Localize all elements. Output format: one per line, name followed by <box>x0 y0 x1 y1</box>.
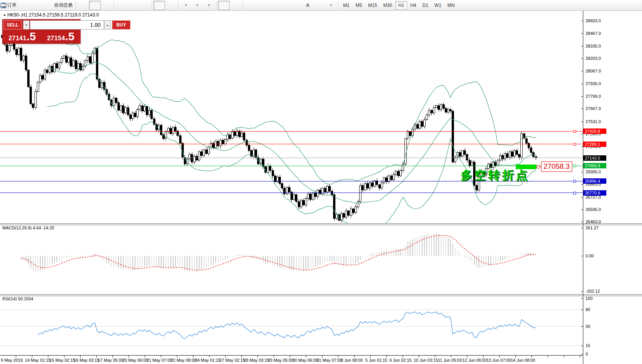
chart-shift-button[interactable] <box>165 1 177 10</box>
macd-tick-mark <box>581 256 583 256</box>
crosshair-tool-button[interactable] <box>229 1 241 10</box>
time-axis-label: 29 May 05:00 <box>268 358 294 362</box>
volume-increase-button[interactable]: ▲ <box>104 20 111 30</box>
zoom-out-button[interactable] <box>127 1 139 10</box>
time-axis-label: 31 May 07:00 <box>317 358 342 362</box>
autotrading-label: 自动交易 <box>54 2 73 8</box>
price-tick-mark <box>581 33 583 34</box>
time-axis-label: 24 May 01:15 <box>195 358 221 362</box>
timeframe-m30[interactable]: M30 <box>380 1 395 10</box>
timeframe-h4[interactable]: H4 <box>407 1 419 10</box>
pane-splitter[interactable] <box>0 223 642 225</box>
price-tick-label: 28203.0 <box>586 56 601 61</box>
time-axis-ticks <box>0 356 583 357</box>
buy-button[interactable]: BUY <box>112 20 130 30</box>
timeframe-m1[interactable]: M1 <box>340 1 353 10</box>
price-tick-mark <box>581 209 583 210</box>
macd-tick-label: -332.12 <box>586 289 600 293</box>
zoom-in-button[interactable] <box>116 1 127 10</box>
signals-button[interactable] <box>41 1 53 10</box>
main-chart-canvas[interactable] <box>0 11 583 223</box>
price-tick-label: 28467.0 <box>586 31 601 36</box>
timeframe-m5[interactable]: M5 <box>353 1 365 10</box>
time-axis-label: 17 May 05:00 <box>98 358 124 362</box>
time-axis-label: 14 May 01:15 <box>25 358 51 362</box>
text-label-tool-button[interactable]: T <box>314 1 325 10</box>
chat-button[interactable] <box>627 1 638 10</box>
macd-indicator-label: MACD(12,26,9) 4.64 -14.20 <box>2 226 54 230</box>
profiles-button[interactable] <box>30 1 41 10</box>
price-tick-mark <box>581 172 583 172</box>
price-tick-mark <box>581 109 583 109</box>
pane-splitter[interactable] <box>0 294 642 296</box>
price-tick-mark <box>581 58 583 59</box>
volume-decrease-button[interactable]: ▼ <box>23 20 30 30</box>
search-button[interactable] <box>615 1 627 10</box>
channel-tool-button[interactable]: E <box>279 1 290 10</box>
buy-price-display[interactable]: 27154 .5 <box>42 31 80 43</box>
price-tick-mark <box>581 184 583 184</box>
sell-price-display[interactable]: 27141 .5 <box>3 31 41 43</box>
tile-windows-button[interactable] <box>139 1 150 10</box>
bar-chart-button[interactable] <box>78 1 89 10</box>
timeframe-m15[interactable]: M15 <box>365 1 380 10</box>
line-marker-square <box>573 143 576 146</box>
line-chart-button[interactable] <box>101 1 112 10</box>
timeframe-mn[interactable]: MN <box>444 1 458 10</box>
timeframe-h1[interactable]: H1 <box>395 1 407 10</box>
volume-input[interactable] <box>30 20 104 30</box>
sell-price-main: 27141 <box>8 35 26 42</box>
price-tick-label: 27531.0 <box>586 119 601 124</box>
macd-tick-label: 0.00 <box>586 254 594 258</box>
line-marker-square <box>573 180 576 183</box>
templates-button[interactable]: ▼ <box>203 1 215 10</box>
price-tick-label: 28603.0 <box>586 18 601 23</box>
timeframe-w1[interactable]: W1 <box>431 1 444 10</box>
toolbar-separator <box>243 2 243 9</box>
auto-scroll-button[interactable] <box>153 1 165 10</box>
horizontal-line-tool-button[interactable] <box>256 1 267 10</box>
time-axis-label: 20 May 06:00 <box>122 358 148 362</box>
price-tick-mark <box>581 197 583 198</box>
rsi-tick-mark <box>581 354 583 354</box>
time-axis-label: 11 Jun 05:00 <box>438 358 462 362</box>
macd-pane-canvas[interactable] <box>0 224 583 294</box>
periods-button[interactable]: ▼ <box>191 1 203 10</box>
time-axis-label: 13 Jun 07:00 <box>487 358 511 362</box>
candlestick-chart-button[interactable] <box>89 1 101 10</box>
main-toolbar: 新订单 自动交易 ▼ ▼ <box>0 0 642 11</box>
autotrading-button[interactable]: 自动交易 <box>53 1 74 10</box>
rsi-pane-canvas[interactable] <box>0 295 583 355</box>
indicators-button[interactable]: ▼ <box>180 1 191 10</box>
price-line-label: 27426.8 <box>583 128 606 134</box>
trendline-tool-button[interactable] <box>267 1 279 10</box>
editor-button[interactable] <box>18 1 30 10</box>
time-axis-label: 16 May 03:15 <box>74 358 99 362</box>
toolbar-separator <box>76 2 76 9</box>
arrows-tool-button[interactable]: ▼ <box>325 1 337 10</box>
price-tick-mark <box>581 222 583 222</box>
line-marker-square <box>573 192 576 194</box>
price-line-label: 26896.4 <box>583 178 606 184</box>
rsi-indicator-label: RSI(14) 50.1504 <box>2 296 33 301</box>
timeframe-d1[interactable]: D1 <box>419 1 431 10</box>
time-axis-label: 10 Jun 03:15 <box>414 358 438 362</box>
text-tool-button[interactable]: A <box>302 1 314 10</box>
cursor-tool-button[interactable] <box>218 1 229 10</box>
macd-tick-label: 261.27 <box>586 226 599 230</box>
macd-tick-mark <box>581 228 583 228</box>
green-highlight-rectangle <box>516 165 536 169</box>
time-axis-label: 22 May 08:00 <box>171 358 196 362</box>
time-axis-label: 28 May 03:15 <box>244 358 269 362</box>
chevron-down-icon: ▼ <box>208 4 210 7</box>
price-tick-mark <box>581 147 583 147</box>
sell-button[interactable]: SELL <box>3 20 22 30</box>
chevron-down-icon: ▼ <box>185 4 187 7</box>
time-axis-label: 6 Jun 02:15 <box>389 358 412 362</box>
one-click-trading-panel: SELL ▼ ▲ BUY 27141 .5 27154 .5 <box>2 19 81 44</box>
price-tick-label: 28067.0 <box>586 69 601 73</box>
price-tick-mark <box>581 96 583 97</box>
vertical-line-tool-button[interactable] <box>244 1 256 10</box>
fibonacci-tool-button[interactable]: F <box>290 1 302 10</box>
price-tick-label: 26463.0 <box>586 219 601 224</box>
